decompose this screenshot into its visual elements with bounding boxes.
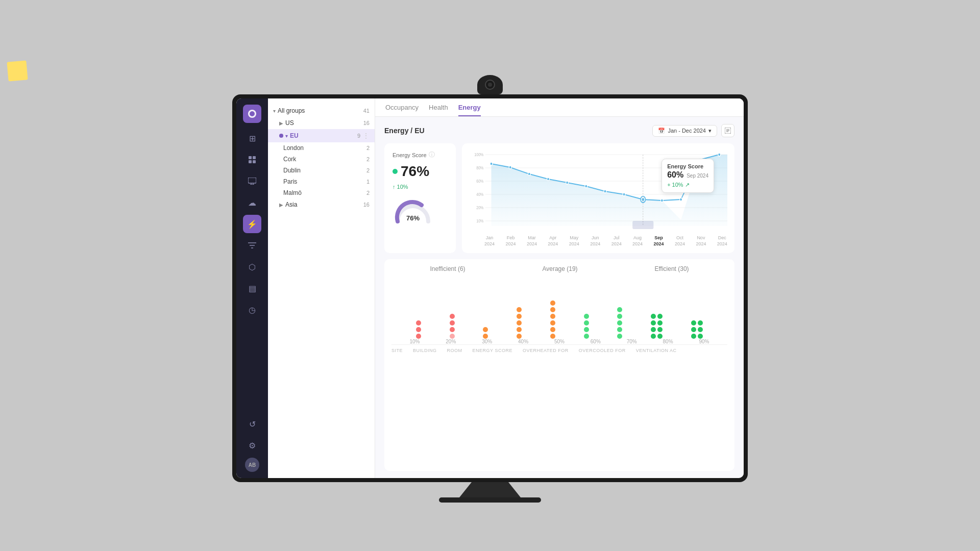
dot bbox=[550, 320, 555, 325]
svg-point-42 bbox=[680, 198, 682, 201]
dot-col-30 bbox=[483, 327, 488, 339]
filter-icon[interactable] bbox=[243, 236, 261, 255]
nav-item-eu[interactable]: ▾ EU 9 ⋮ bbox=[268, 129, 375, 142]
info-icon: ⓘ bbox=[429, 151, 435, 159]
svg-point-37 bbox=[604, 190, 606, 193]
tab-energy[interactable]: Energy bbox=[458, 104, 481, 116]
dot bbox=[416, 320, 421, 325]
svg-point-44 bbox=[718, 153, 721, 156]
history-icon[interactable]: ◷ bbox=[243, 300, 261, 319]
sticky-note bbox=[7, 60, 28, 81]
all-groups-label: All groups bbox=[278, 107, 363, 114]
eu-label: EU bbox=[290, 132, 357, 139]
dot-col-60 bbox=[584, 314, 589, 339]
svg-text:40%: 40% bbox=[476, 192, 483, 197]
dot bbox=[450, 327, 455, 332]
col-ventilation: VENTILATION AC bbox=[636, 348, 677, 353]
energy-icon[interactable]: ⚡ bbox=[243, 215, 261, 233]
dot-chart-section: Inefficient (6) Average (19) Efficient (… bbox=[384, 259, 734, 471]
tab-occupancy[interactable]: Occupancy bbox=[385, 104, 419, 116]
paris-label: Paris bbox=[283, 178, 366, 185]
asia-count: 16 bbox=[363, 202, 370, 208]
dot bbox=[617, 320, 622, 325]
svg-rect-5 bbox=[253, 160, 256, 163]
top-tabs: Occupancy Health Energy bbox=[375, 98, 744, 117]
svg-point-34 bbox=[547, 178, 550, 181]
date-range-picker[interactable]: 📅 Jan - Dec 2024 ▾ bbox=[652, 125, 717, 137]
x-label-90pct: 90% bbox=[699, 339, 709, 344]
dashboard-icon[interactable] bbox=[243, 151, 261, 169]
network-icon[interactable]: ⬡ bbox=[243, 258, 261, 276]
x-labels: Jan2024 Feb2024 Mar2024 Apr2024 May2024 … bbox=[469, 233, 727, 247]
score-change: ↑ 10% bbox=[393, 184, 448, 190]
x-label-mar: Mar2024 bbox=[527, 235, 537, 247]
dot bbox=[584, 327, 589, 332]
svg-rect-2 bbox=[249, 156, 252, 159]
x-label-10pct: 10% bbox=[409, 339, 420, 344]
breadcrumb: Energy / EU bbox=[384, 127, 425, 135]
dublin-count: 2 bbox=[366, 167, 370, 173]
nav-item-malmo[interactable]: Malmö 2 bbox=[268, 187, 375, 198]
nav-item-cork[interactable]: Cork 2 bbox=[268, 154, 375, 165]
x-label-nov: Nov2024 bbox=[696, 235, 706, 247]
dot bbox=[450, 314, 455, 319]
svg-point-31 bbox=[490, 162, 493, 165]
dot bbox=[617, 314, 622, 319]
london-label: London bbox=[283, 144, 366, 152]
col-overcooled: OVERCOOLED FOR bbox=[579, 348, 626, 353]
svg-text:20%: 20% bbox=[476, 205, 483, 210]
nav-item-all-groups[interactable]: ▾ All groups 41 bbox=[268, 105, 375, 117]
avatar[interactable]: AB bbox=[245, 458, 259, 472]
svg-point-35 bbox=[566, 181, 569, 184]
nav-item-dublin[interactable]: Dublin 2 bbox=[268, 165, 375, 176]
svg-text:100%: 100% bbox=[474, 152, 483, 157]
asia-label: Asia bbox=[285, 201, 363, 208]
svg-point-41 bbox=[661, 199, 664, 202]
dot bbox=[416, 334, 421, 339]
report-icon[interactable]: ▤ bbox=[243, 279, 261, 297]
svg-text:60%: 60% bbox=[476, 179, 483, 184]
nav-item-us[interactable]: ▶ US 16 bbox=[268, 117, 375, 129]
x-label-80pct: 80% bbox=[663, 339, 673, 344]
dot bbox=[483, 334, 488, 339]
eu-count: 9 bbox=[357, 133, 360, 139]
svg-rect-3 bbox=[253, 156, 256, 159]
dot-chart-categories: Inefficient (6) Average (19) Efficient (… bbox=[391, 265, 727, 272]
x-label-20pct: 20% bbox=[446, 339, 456, 344]
dot bbox=[651, 334, 656, 339]
dot bbox=[691, 320, 696, 325]
svg-point-32 bbox=[509, 166, 511, 169]
arrow-all-groups: ▾ bbox=[273, 108, 276, 114]
monitor-icon[interactable] bbox=[243, 172, 261, 190]
eu-menu-icon[interactable]: ⋮ bbox=[362, 132, 370, 140]
svg-rect-46 bbox=[632, 221, 653, 229]
dot bbox=[517, 327, 522, 332]
svg-text:80%: 80% bbox=[476, 165, 483, 170]
cloud-icon[interactable]: ☁ bbox=[243, 193, 261, 212]
col-room: ROOM bbox=[447, 348, 462, 353]
table-column-headers: SITE BUILDING ROOM ENERGY SCORE OVERHEAT… bbox=[391, 344, 727, 353]
home-icon[interactable]: ⊞ bbox=[243, 129, 261, 147]
col-site: SITE bbox=[391, 348, 403, 353]
tab-health[interactable]: Health bbox=[429, 104, 448, 116]
svg-rect-6 bbox=[248, 178, 256, 183]
dot-subcol-80a bbox=[651, 314, 656, 339]
svg-point-36 bbox=[585, 185, 587, 188]
nav-item-paris[interactable]: Paris 1 bbox=[268, 176, 375, 187]
col-building: BUILDING bbox=[413, 348, 437, 353]
svg-point-38 bbox=[623, 193, 625, 196]
header-right: 📅 Jan - Dec 2024 ▾ bbox=[652, 124, 734, 137]
settings-icon[interactable]: ⚙ bbox=[243, 436, 261, 455]
svg-point-13 bbox=[279, 134, 283, 138]
dot bbox=[517, 307, 522, 312]
dot bbox=[517, 314, 522, 319]
monitor-stand bbox=[459, 482, 521, 497]
sync-icon[interactable]: ↺ bbox=[243, 415, 261, 433]
dot bbox=[517, 334, 522, 339]
logo-icon[interactable] bbox=[243, 105, 261, 123]
nav-item-london[interactable]: London 2 bbox=[268, 142, 375, 154]
arrow-us: ▶ bbox=[279, 120, 283, 126]
nav-item-asia[interactable]: ▶ Asia 16 bbox=[268, 198, 375, 211]
export-button[interactable] bbox=[721, 124, 734, 137]
dublin-label: Dublin bbox=[283, 167, 366, 174]
